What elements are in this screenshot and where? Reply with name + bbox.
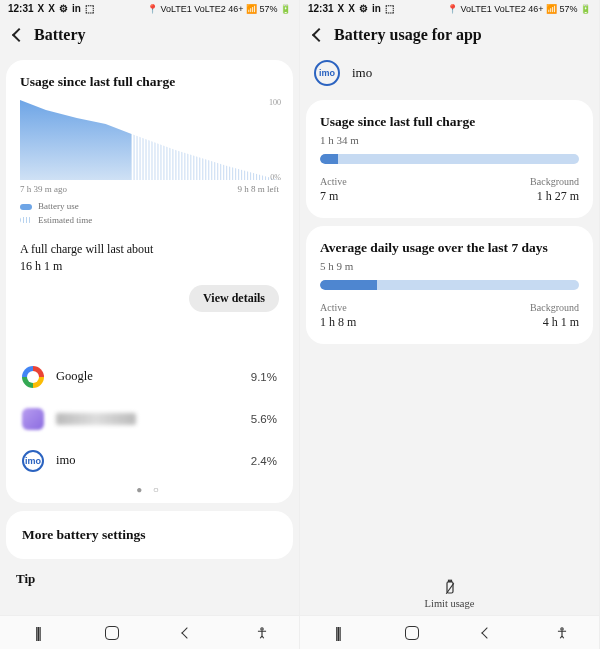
limit-usage-button[interactable]: Limit usage xyxy=(300,578,599,609)
app-pct: 9.1% xyxy=(251,371,277,383)
app-row-imo[interactable]: imo imo 2.4% xyxy=(20,440,279,482)
battery-chart: 100 0% xyxy=(20,100,279,180)
status-right: 📍 VoLTE1 VoLTE2 46+ 📶 57% 🔋 xyxy=(147,4,291,14)
legend-estimate-icon xyxy=(20,217,32,223)
usage-bar xyxy=(320,280,579,290)
home-button[interactable] xyxy=(398,624,426,642)
nav-bar: ||| xyxy=(0,615,299,649)
more-battery-settings[interactable]: More battery settings xyxy=(6,511,293,559)
status-bar: 12:31 X X ⚙ in ⬚ 📍 VoLTE1 VoLTE2 46+ 📶 5… xyxy=(0,0,299,16)
usage-since-charge-card: Usage since last full charge 1 h 34 m Ac… xyxy=(306,100,593,218)
usage-stats: Active 1 h 8 m Background 4 h 1 m xyxy=(320,302,579,330)
app-name: imo xyxy=(352,65,372,81)
svg-point-5 xyxy=(560,627,562,629)
usage-card-title: Usage since last full charge xyxy=(20,74,279,90)
nav-bar: ||| xyxy=(300,615,599,649)
chart-left-label: 7 h 39 m ago xyxy=(20,184,67,194)
page-title: Battery usage for app xyxy=(334,26,482,44)
page-indicator: ● ○ xyxy=(20,484,279,495)
chart-right-label: 9 h 8 m left xyxy=(238,184,280,194)
back-icon[interactable] xyxy=(12,28,26,42)
card-title: Average daily usage over the last 7 days xyxy=(320,240,579,256)
app-row-google[interactable]: Google 9.1% xyxy=(20,356,279,398)
tip-row[interactable]: Tip xyxy=(0,567,299,587)
app-row-redacted[interactable]: 5.6% xyxy=(20,398,279,440)
recents-button[interactable]: ||| xyxy=(23,624,51,642)
limit-icon xyxy=(441,578,459,596)
status-bar: 12:31 X X ⚙ in ⬚ 📍 VoLTE1 VoLTE2 46+ 📶 5… xyxy=(300,0,599,16)
back-button[interactable] xyxy=(173,624,201,642)
axis-max: 100 xyxy=(269,98,281,107)
usage-bar xyxy=(320,154,579,164)
back-icon[interactable] xyxy=(312,28,326,42)
accessibility-button[interactable] xyxy=(548,624,576,642)
active-value: 7 m xyxy=(320,189,347,204)
app-header: imo imo xyxy=(300,52,599,92)
full-charge-note: A full charge will last about 16 h 1 m xyxy=(20,241,279,275)
usage-stats: Active 7 m Background 1 h 27 m xyxy=(320,176,579,204)
home-button[interactable] xyxy=(98,624,126,642)
view-details-button[interactable]: View details xyxy=(189,285,279,312)
svg-point-1 xyxy=(260,627,262,629)
card-sub: 5 h 9 m xyxy=(320,260,579,272)
svg-rect-3 xyxy=(448,580,451,582)
imo-icon: imo xyxy=(314,60,340,86)
redacted-icon xyxy=(22,408,44,430)
chart-legend: Battery use Estimated time xyxy=(20,200,279,227)
active-value: 1 h 8 m xyxy=(320,315,356,330)
background-value: 4 h 1 m xyxy=(530,315,579,330)
title-bar: Battery xyxy=(0,16,299,52)
status-time: 12:31 xyxy=(8,3,34,14)
avg-daily-usage-card: Average daily usage over the last 7 days… xyxy=(306,226,593,344)
usage-bar-fill xyxy=(320,280,377,290)
imo-icon: imo xyxy=(22,450,44,472)
app-pct: 2.4% xyxy=(251,455,277,467)
active-label: Active xyxy=(320,176,347,187)
axis-min: 0% xyxy=(270,173,281,182)
active-label: Active xyxy=(320,302,356,313)
chart-x-labels: 7 h 39 m ago 9 h 8 m left xyxy=(20,184,279,194)
battery-app-detail-screen: 12:31 X X ⚙ in ⬚ 📍 VoLTE1 VoLTE2 46+ 📶 5… xyxy=(300,0,600,649)
background-value: 1 h 27 m xyxy=(530,189,579,204)
status-app-icons: X xyxy=(38,3,45,14)
accessibility-button[interactable] xyxy=(248,624,276,642)
app-name: Google xyxy=(56,369,93,384)
title-bar: Battery usage for app xyxy=(300,16,599,52)
app-name: imo xyxy=(56,453,75,468)
recents-button[interactable]: ||| xyxy=(323,624,351,642)
google-icon xyxy=(22,366,44,388)
app-name-redacted xyxy=(56,413,136,425)
battery-overview-screen: 12:31 X X ⚙ in ⬚ 📍 VoLTE1 VoLTE2 46+ 📶 5… xyxy=(0,0,300,649)
back-button[interactable] xyxy=(473,624,501,642)
page-title: Battery xyxy=(34,26,86,44)
background-label: Background xyxy=(530,176,579,187)
background-label: Background xyxy=(530,302,579,313)
usage-card: Usage since last full charge 100 0% xyxy=(6,60,293,503)
legend-battery-icon xyxy=(20,204,32,210)
app-pct: 5.6% xyxy=(251,413,277,425)
card-title: Usage since last full charge xyxy=(320,114,579,130)
card-sub: 1 h 34 m xyxy=(320,134,579,146)
usage-bar-fill xyxy=(320,154,338,164)
app-list: Google 9.1% 5.6% imo imo 2.4% ● ○ xyxy=(20,312,279,495)
status-left: 12:31 X X ⚙ in ⬚ xyxy=(8,3,94,14)
